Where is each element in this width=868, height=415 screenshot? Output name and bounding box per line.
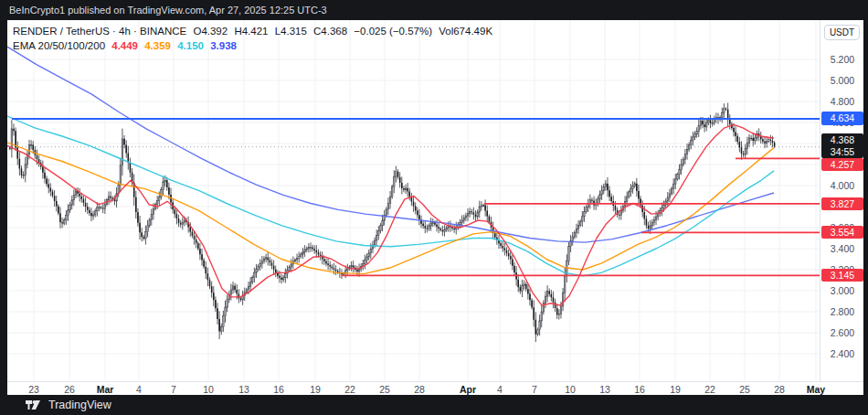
support-price-badge-2: 3.827 — [821, 197, 863, 210]
published-chart-page: { "top_bar": { "attribution": "BeInCrypt… — [0, 0, 868, 415]
tradingview-logo[interactable]: TradingView — [26, 399, 111, 411]
tradingview-logo-text: TradingView — [48, 399, 111, 411]
time-tick-label: 25 — [739, 384, 750, 395]
price-tick-label: 3.400 — [820, 243, 864, 254]
price-tick-label: 2.800 — [820, 306, 864, 317]
time-tick-label: 28 — [774, 384, 785, 395]
price-tick-label: 2.400 — [820, 348, 864, 359]
time-tick-label: Mar — [97, 384, 114, 395]
resistance-price-badge: 4.634 — [821, 112, 863, 125]
time-tick-label: 13 — [599, 384, 610, 395]
time-tick-label: 10 — [565, 384, 576, 395]
time-tick-label: 26 — [64, 384, 75, 395]
currency-toggle-button[interactable]: USDT — [824, 25, 860, 40]
time-tick-label: 28 — [414, 384, 425, 395]
time-tick-label: Apr — [460, 384, 476, 395]
chart-pane[interactable]: RENDER / TetherUS · 4h · BINANCE O4.392 … — [7, 20, 820, 381]
time-tick-label: 4 — [136, 384, 142, 395]
time-tick-label: 22 — [344, 384, 355, 395]
time-tick-label: 7 — [171, 384, 176, 395]
tradingview-logo-icon — [26, 399, 43, 411]
support-price-badge-4: 3.145 — [821, 269, 863, 282]
time-tick-label: 16 — [273, 384, 284, 395]
time-tick-label: 22 — [704, 384, 715, 395]
time-tick-label: 13 — [238, 384, 249, 395]
last-price-badge: 4.368 34:55 — [821, 133, 863, 158]
time-tick-label: 10 — [203, 384, 214, 395]
price-tick-label: 3.000 — [820, 285, 864, 296]
time-axis[interactable]: 2326Mar4710131619222528Apr47101316192225… — [7, 381, 863, 395]
time-tick-label: 23 — [28, 384, 39, 395]
last-price-value: 4.368 — [821, 134, 863, 146]
tradingview-footer: TradingView — [0, 395, 868, 415]
time-tick-label: 4 — [497, 384, 503, 395]
chart-panel: RENDER / TetherUS · 4h · BINANCE O4.392 … — [7, 20, 863, 395]
support-price-badge-1: 4.257 — [821, 158, 863, 171]
price-tick-label: 5.200 — [820, 54, 864, 65]
bar-countdown: 34:55 — [821, 146, 863, 158]
attribution-bar: BeInCrypto1 published on TradingView.com… — [0, 0, 868, 20]
price-tick-label: 5.000 — [820, 75, 864, 86]
price-tick-label: 2.600 — [820, 327, 864, 338]
price-tick-label: 4.000 — [820, 180, 864, 191]
time-tick-label: 25 — [379, 384, 390, 395]
time-tick-label: 7 — [532, 384, 537, 395]
support-price-badge-3: 3.554 — [821, 226, 863, 239]
price-axis[interactable]: 2.4002.6002.8003.0003.2003.4003.6003.800… — [820, 20, 863, 381]
price-chart[interactable] — [7, 20, 820, 381]
time-tick-label: May — [807, 384, 825, 395]
time-tick-label: 19 — [670, 384, 681, 395]
time-tick-label: 19 — [310, 384, 321, 395]
time-tick-label: 16 — [634, 384, 645, 395]
attribution-text: BeInCrypto1 published on TradingView.com… — [9, 5, 327, 16]
price-tick-label: 4.800 — [820, 96, 864, 107]
